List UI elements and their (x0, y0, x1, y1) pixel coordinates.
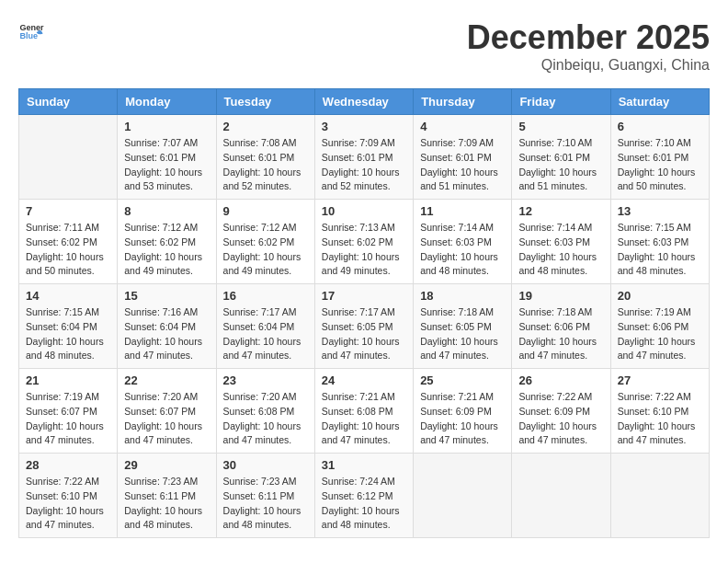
calendar-cell: 25Sunrise: 7:21 AMSunset: 6:09 PMDayligh… (414, 369, 512, 454)
calendar-cell: 19Sunrise: 7:18 AMSunset: 6:06 PMDayligh… (512, 284, 610, 369)
weekday-header: Tuesday (216, 89, 314, 115)
cell-info: Sunrise: 7:22 AMSunset: 6:10 PMDaylight:… (26, 475, 110, 533)
day-number: 15 (124, 289, 209, 303)
calendar-week-row: 14Sunrise: 7:15 AMSunset: 6:04 PMDayligh… (19, 284, 710, 369)
weekday-header-row: SundayMondayTuesdayWednesdayThursdayFrid… (19, 89, 710, 115)
calendar-cell: 20Sunrise: 7:19 AMSunset: 6:06 PMDayligh… (610, 284, 709, 369)
calendar-cell: 4Sunrise: 7:09 AMSunset: 6:01 PMDaylight… (414, 115, 512, 200)
cell-info: Sunrise: 7:09 AMSunset: 6:01 PMDaylight:… (420, 136, 505, 194)
cell-info: Sunrise: 7:17 AMSunset: 6:05 PMDaylight:… (322, 305, 406, 363)
calendar-cell: 23Sunrise: 7:20 AMSunset: 6:08 PMDayligh… (216, 369, 314, 454)
cell-info: Sunrise: 7:10 AMSunset: 6:01 PMDaylight:… (618, 136, 702, 194)
day-number: 8 (124, 204, 209, 218)
calendar-cell: 8Sunrise: 7:12 AMSunset: 6:02 PMDaylight… (118, 200, 216, 284)
calendar-cell: 31Sunrise: 7:24 AMSunset: 6:12 PMDayligh… (314, 454, 413, 538)
cell-info: Sunrise: 7:20 AMSunset: 6:07 PMDaylight:… (124, 390, 209, 448)
weekday-header: Friday (512, 89, 610, 115)
day-number: 25 (420, 373, 505, 387)
cell-info: Sunrise: 7:19 AMSunset: 6:07 PMDaylight:… (26, 390, 110, 448)
calendar-cell: 18Sunrise: 7:18 AMSunset: 6:05 PMDayligh… (414, 284, 512, 369)
cell-info: Sunrise: 7:22 AMSunset: 6:10 PMDaylight:… (618, 390, 702, 448)
calendar-cell (414, 454, 512, 538)
weekday-header: Thursday (414, 89, 512, 115)
weekday-header: Wednesday (314, 89, 413, 115)
cell-info: Sunrise: 7:12 AMSunset: 6:02 PMDaylight:… (223, 221, 308, 279)
day-number: 7 (26, 204, 110, 218)
cell-info: Sunrise: 7:15 AMSunset: 6:04 PMDaylight:… (26, 305, 110, 363)
calendar-cell: 2Sunrise: 7:08 AMSunset: 6:01 PMDaylight… (216, 115, 314, 200)
day-number: 6 (618, 120, 702, 133)
svg-text:Blue: Blue (19, 31, 38, 40)
cell-info: Sunrise: 7:21 AMSunset: 6:09 PMDaylight:… (420, 390, 505, 448)
calendar-cell: 29Sunrise: 7:23 AMSunset: 6:11 PMDayligh… (118, 454, 216, 538)
cell-info: Sunrise: 7:24 AMSunset: 6:12 PMDaylight:… (322, 475, 406, 533)
calendar-cell (19, 115, 118, 200)
calendar-cell: 15Sunrise: 7:16 AMSunset: 6:04 PMDayligh… (118, 284, 216, 369)
header: General Blue December 2025 Qinbeiqu, Gua… (18, 18, 710, 74)
logo: General Blue (18, 18, 44, 44)
day-number: 26 (518, 373, 603, 387)
location-title: Qinbeiqu, Guangxi, China (467, 57, 710, 74)
day-number: 3 (322, 120, 406, 133)
cell-info: Sunrise: 7:21 AMSunset: 6:08 PMDaylight:… (322, 390, 406, 448)
cell-info: Sunrise: 7:08 AMSunset: 6:01 PMDaylight:… (223, 136, 308, 194)
title-area: December 2025 Qinbeiqu, Guangxi, China (467, 18, 710, 74)
day-number: 22 (124, 373, 209, 387)
day-number: 31 (322, 458, 406, 472)
cell-info: Sunrise: 7:13 AMSunset: 6:02 PMDaylight:… (322, 221, 406, 279)
calendar-week-row: 21Sunrise: 7:19 AMSunset: 6:07 PMDayligh… (19, 369, 710, 454)
cell-info: Sunrise: 7:14 AMSunset: 6:03 PMDaylight:… (518, 221, 603, 279)
calendar-cell: 12Sunrise: 7:14 AMSunset: 6:03 PMDayligh… (512, 200, 610, 284)
day-number: 14 (26, 289, 110, 303)
day-number: 18 (420, 289, 505, 303)
day-number: 9 (223, 204, 308, 218)
day-number: 12 (518, 204, 603, 218)
calendar-cell: 7Sunrise: 7:11 AMSunset: 6:02 PMDaylight… (19, 200, 118, 284)
cell-info: Sunrise: 7:16 AMSunset: 6:04 PMDaylight:… (124, 305, 209, 363)
weekday-header: Monday (118, 89, 216, 115)
calendar-cell (512, 454, 610, 538)
calendar-table: SundayMondayTuesdayWednesdayThursdayFrid… (18, 88, 710, 538)
weekday-header: Sunday (19, 89, 118, 115)
calendar-week-row: 7Sunrise: 7:11 AMSunset: 6:02 PMDaylight… (19, 200, 710, 284)
day-number: 2 (223, 120, 308, 133)
calendar-week-row: 28Sunrise: 7:22 AMSunset: 6:10 PMDayligh… (19, 454, 710, 538)
weekday-header: Saturday (610, 89, 709, 115)
calendar-cell: 5Sunrise: 7:10 AMSunset: 6:01 PMDaylight… (512, 115, 610, 200)
calendar-cell: 24Sunrise: 7:21 AMSunset: 6:08 PMDayligh… (314, 369, 413, 454)
day-number: 4 (420, 120, 505, 133)
cell-info: Sunrise: 7:12 AMSunset: 6:02 PMDaylight:… (124, 221, 209, 279)
cell-info: Sunrise: 7:17 AMSunset: 6:04 PMDaylight:… (223, 305, 308, 363)
calendar-cell: 22Sunrise: 7:20 AMSunset: 6:07 PMDayligh… (118, 369, 216, 454)
day-number: 23 (223, 373, 308, 387)
day-number: 24 (322, 373, 406, 387)
day-number: 10 (322, 204, 406, 218)
day-number: 5 (518, 120, 603, 133)
calendar-cell: 27Sunrise: 7:22 AMSunset: 6:10 PMDayligh… (610, 369, 709, 454)
day-number: 13 (618, 204, 702, 218)
cell-info: Sunrise: 7:23 AMSunset: 6:11 PMDaylight:… (124, 475, 209, 533)
day-number: 11 (420, 204, 505, 218)
calendar-cell: 26Sunrise: 7:22 AMSunset: 6:09 PMDayligh… (512, 369, 610, 454)
calendar-cell: 30Sunrise: 7:23 AMSunset: 6:11 PMDayligh… (216, 454, 314, 538)
calendar-cell: 1Sunrise: 7:07 AMSunset: 6:01 PMDaylight… (118, 115, 216, 200)
cell-info: Sunrise: 7:20 AMSunset: 6:08 PMDaylight:… (223, 390, 308, 448)
day-number: 19 (518, 289, 603, 303)
cell-info: Sunrise: 7:18 AMSunset: 6:06 PMDaylight:… (518, 305, 603, 363)
cell-info: Sunrise: 7:11 AMSunset: 6:02 PMDaylight:… (26, 221, 110, 279)
calendar-cell: 21Sunrise: 7:19 AMSunset: 6:07 PMDayligh… (19, 369, 118, 454)
calendar-cell: 28Sunrise: 7:22 AMSunset: 6:10 PMDayligh… (19, 454, 118, 538)
day-number: 16 (223, 289, 308, 303)
calendar-cell: 16Sunrise: 7:17 AMSunset: 6:04 PMDayligh… (216, 284, 314, 369)
calendar-cell: 11Sunrise: 7:14 AMSunset: 6:03 PMDayligh… (414, 200, 512, 284)
calendar-cell: 17Sunrise: 7:17 AMSunset: 6:05 PMDayligh… (314, 284, 413, 369)
cell-info: Sunrise: 7:07 AMSunset: 6:01 PMDaylight:… (124, 136, 209, 194)
day-number: 29 (124, 458, 209, 472)
calendar-cell: 14Sunrise: 7:15 AMSunset: 6:04 PMDayligh… (19, 284, 118, 369)
calendar-cell: 6Sunrise: 7:10 AMSunset: 6:01 PMDaylight… (610, 115, 709, 200)
day-number: 30 (223, 458, 308, 472)
calendar-cell (610, 454, 709, 538)
cell-info: Sunrise: 7:15 AMSunset: 6:03 PMDaylight:… (618, 221, 702, 279)
calendar-cell: 10Sunrise: 7:13 AMSunset: 6:02 PMDayligh… (314, 200, 413, 284)
cell-info: Sunrise: 7:10 AMSunset: 6:01 PMDaylight:… (518, 136, 603, 194)
